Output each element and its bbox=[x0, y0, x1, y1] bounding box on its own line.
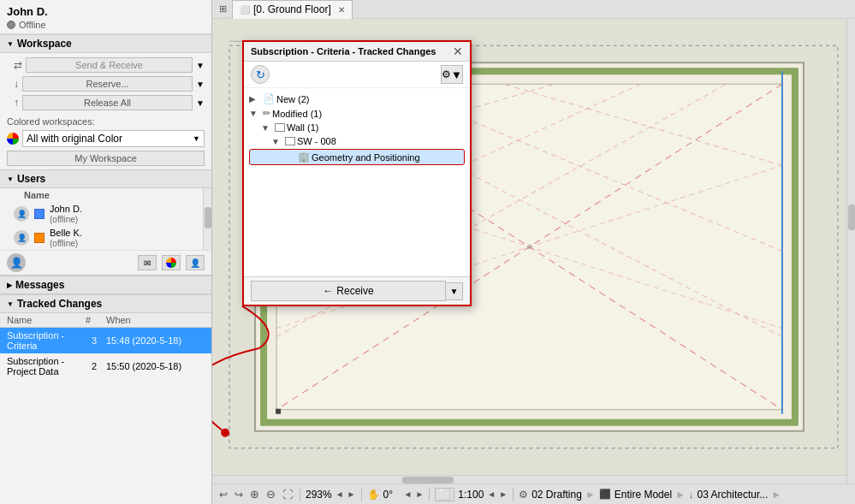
release-dropdown-icon[interactable]: ▼ bbox=[196, 98, 205, 108]
receive-arrow-icon: ← bbox=[323, 285, 333, 297]
tree-item-wall[interactable]: ▼ Wall (1) bbox=[247, 121, 466, 134]
users-label: Users bbox=[17, 173, 45, 185]
tree-label: New (2) bbox=[276, 94, 310, 104]
table-row[interactable]: Subscription - Project Data 2 15:50 (202… bbox=[0, 353, 211, 379]
reserve-icon: ↓ bbox=[14, 78, 19, 90]
scale-prev-button[interactable]: ◄ bbox=[487, 489, 496, 499]
my-workspace-button[interactable]: My Workspace bbox=[7, 151, 205, 166]
layer-separator: ► bbox=[771, 489, 781, 501]
user-color-dot bbox=[34, 233, 45, 243]
canvas-area: Subscription - Criteria - Tracked Change… bbox=[212, 19, 855, 483]
users-scrollbar[interactable] bbox=[203, 188, 211, 250]
scale-label: 1:100 bbox=[458, 489, 484, 501]
ws-dropdown-arrow: ▼ bbox=[193, 134, 200, 143]
layer-label: 03 Architectur... bbox=[698, 489, 769, 501]
reserve-button[interactable]: Reserve... bbox=[22, 76, 193, 92]
wall-icon bbox=[275, 123, 285, 132]
tab-bar: ⊞ ⬜ [0. Ground Floor] ✕ bbox=[212, 0, 855, 19]
release-icon: ↑ bbox=[14, 97, 19, 109]
view-button[interactable]: ⬜ bbox=[435, 488, 454, 501]
window-layout-icon: ⊞ bbox=[216, 3, 230, 15]
pan-button[interactable]: ✋ bbox=[367, 489, 380, 501]
tc-col-num-header: # bbox=[86, 315, 103, 325]
workflow-label: 02 Drafting bbox=[531, 489, 582, 501]
table-row[interactable]: Subscription - Criteria 3 15:48 (2020-5-… bbox=[0, 328, 211, 353]
send-dropdown-icon[interactable]: ▼ bbox=[196, 61, 205, 70]
scale-next-button[interactable]: ► bbox=[499, 489, 508, 499]
new-folder-icon: 📄 bbox=[263, 93, 275, 104]
modal-refresh-button[interactable]: ↻ bbox=[251, 65, 270, 84]
user-section: John D. Offline bbox=[0, 0, 211, 34]
user-status: Offline bbox=[19, 20, 46, 30]
zoom-in-button[interactable]: ⊕ bbox=[248, 488, 261, 501]
color-wheel-icon bbox=[7, 133, 19, 145]
tree-toggle-icon: ▼ bbox=[271, 137, 283, 146]
users-section-header[interactable]: ▼ Users bbox=[0, 169, 211, 188]
angle-prev-button[interactable]: ◄ bbox=[404, 489, 413, 499]
zoom-next-button[interactable]: ► bbox=[347, 489, 356, 499]
zoom-fit-button[interactable]: ⛶ bbox=[281, 489, 294, 501]
send-arrow-icon: ⇄ bbox=[14, 59, 22, 71]
tree-item-geometry[interactable]: 🏢 Geometry and Positioning bbox=[249, 149, 465, 165]
tab-ground-floor[interactable]: ⬜ [0. Ground Floor] ✕ bbox=[232, 0, 353, 19]
list-item: 👤 John D.(offline) bbox=[0, 202, 203, 226]
tc-col-when-header: When bbox=[106, 315, 205, 325]
modal-close-button[interactable]: ✕ bbox=[453, 45, 463, 57]
redo-button[interactable]: ↪ bbox=[233, 489, 245, 501]
layer-manager-button[interactable]: ⚙ bbox=[519, 489, 528, 501]
user-item-name: John D.(offline) bbox=[50, 204, 82, 224]
layer-toggle-button[interactable]: ↓ bbox=[689, 489, 694, 500]
modified-pencil-icon: ✏ bbox=[263, 108, 270, 119]
workspace-collapse-icon: ▼ bbox=[7, 40, 14, 48]
tree-label: Wall (1) bbox=[287, 122, 318, 133]
send-receive-button[interactable]: Send & Receive bbox=[26, 57, 193, 73]
modal-title-bar: Subscription - Criteria - Tracked Change… bbox=[244, 42, 470, 62]
reserve-dropdown-icon[interactable]: ▼ bbox=[196, 80, 205, 89]
undo-button[interactable]: ↩ bbox=[217, 489, 229, 501]
modal-bottom: ← Receive ▼ bbox=[244, 276, 470, 305]
tab-close-icon[interactable]: ✕ bbox=[338, 5, 345, 15]
user-item-name: Belle K.(offline) bbox=[50, 228, 82, 248]
tree-item-modified[interactable]: ▼ ✏ Modified (1) bbox=[247, 106, 466, 121]
color-assign-button[interactable] bbox=[162, 255, 181, 270]
model-icon: ⬛ bbox=[599, 489, 611, 500]
tracked-changes-header[interactable]: ▼ Tracked Changes bbox=[0, 294, 211, 313]
tc-table-header: Name # When bbox=[0, 313, 211, 328]
zoom-prev-button[interactable]: ◄ bbox=[335, 489, 344, 499]
rotation-angle: 0° bbox=[383, 489, 401, 501]
tree-label: SW - 008 bbox=[297, 136, 336, 146]
bottom-scrollbar[interactable] bbox=[212, 475, 846, 483]
workspace-section-header[interactable]: ▼ Workspace bbox=[0, 34, 211, 53]
tc-row-when: 15:48 (2020-5-18) bbox=[106, 335, 205, 346]
tracked-changes-section: ▼ Tracked Changes Name # When Subscripti… bbox=[0, 294, 211, 504]
tc-row-name: Subscription - Criteria bbox=[7, 330, 82, 351]
receive-button[interactable]: ← Receive bbox=[251, 281, 446, 301]
messages-section-header[interactable]: ▶ Messages bbox=[0, 276, 211, 294]
colored-ws-dropdown[interactable]: All with original Color ▼ bbox=[22, 130, 205, 147]
right-scrollbar[interactable] bbox=[846, 19, 855, 483]
tree-item-new[interactable]: ▶ 📄 New (2) bbox=[247, 92, 466, 106]
tc-row-when: 15:50 (2020-5-18) bbox=[106, 361, 205, 371]
user-manage-button[interactable]: 👤 bbox=[186, 255, 205, 270]
avatar: 👤 bbox=[14, 230, 29, 246]
tc-row-num: 3 bbox=[86, 335, 103, 346]
avatar-placeholder: 👤 bbox=[7, 253, 26, 272]
modal-toolbar: ↻ ⚙▼ bbox=[244, 62, 470, 88]
svg-point-17 bbox=[526, 244, 531, 249]
release-all-button[interactable]: Release All bbox=[22, 95, 193, 110]
tc-row-num: 2 bbox=[86, 361, 103, 371]
modal-title: Subscription - Criteria - Tracked Change… bbox=[251, 46, 436, 56]
colored-ws-label: Colored workspaces: bbox=[0, 115, 211, 128]
zoom-out-button[interactable]: ⊖ bbox=[264, 488, 277, 501]
status-dot bbox=[7, 21, 15, 29]
tree-item-sw008[interactable]: ▼ SW - 008 bbox=[247, 134, 466, 148]
message-button[interactable]: ✉ bbox=[138, 255, 157, 270]
receive-dropdown-button[interactable]: ▼ bbox=[446, 282, 463, 300]
angle-next-button[interactable]: ► bbox=[415, 489, 424, 499]
tree-toggle-icon: ▼ bbox=[249, 109, 261, 118]
receive-label: Receive bbox=[336, 285, 373, 297]
sw008-icon bbox=[285, 137, 295, 145]
modal-settings-button[interactable]: ⚙▼ bbox=[441, 65, 463, 84]
workflow-separator: ► bbox=[585, 489, 596, 501]
user-name: John D. bbox=[7, 5, 205, 18]
